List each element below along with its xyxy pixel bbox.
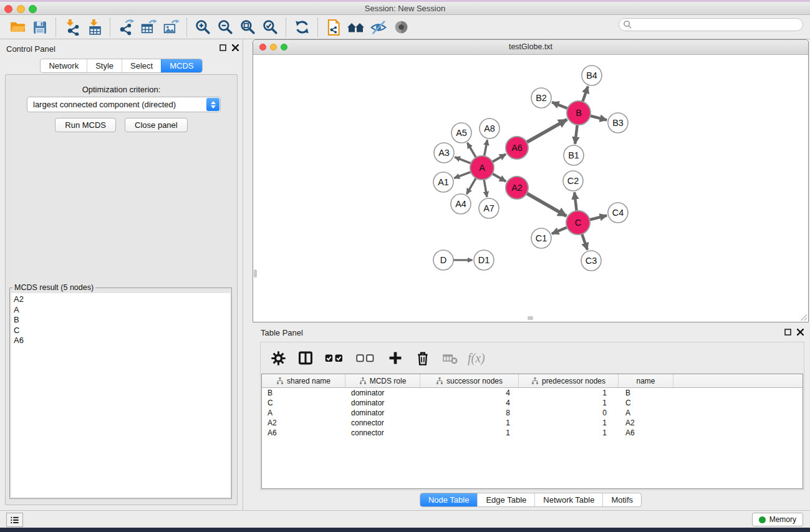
add-column-button[interactable] bbox=[383, 346, 408, 370]
import-network-icon bbox=[64, 19, 80, 36]
table-cell-mcds-role[interactable]: connector bbox=[345, 428, 420, 438]
trash-icon bbox=[415, 350, 431, 366]
zoom-fit-button[interactable] bbox=[236, 17, 259, 38]
tab-style[interactable]: Style bbox=[87, 59, 122, 72]
zoom-out-button[interactable] bbox=[214, 17, 236, 38]
memory-button[interactable]: Memory bbox=[752, 513, 803, 526]
table-options-button[interactable] bbox=[266, 346, 291, 370]
export-table-button[interactable] bbox=[137, 17, 160, 38]
column-header-shared-name[interactable]: shared name bbox=[262, 374, 345, 387]
save-session-button[interactable] bbox=[29, 17, 51, 38]
tab-node-table[interactable]: Node Table bbox=[420, 493, 478, 506]
table-cell-shared-name[interactable]: A6 bbox=[262, 428, 345, 438]
tab-select[interactable]: Select bbox=[122, 59, 161, 72]
run-mcds-button[interactable]: Run MCDS bbox=[55, 118, 116, 132]
table-cell-predecessor-nodes[interactable]: 1 bbox=[519, 418, 619, 428]
table-row[interactable]: A2connector11A2 bbox=[262, 418, 803, 428]
table-cell-shared-name[interactable]: A2 bbox=[262, 418, 345, 428]
open-session-file-button[interactable] bbox=[322, 17, 345, 38]
select-all-button[interactable] bbox=[321, 346, 349, 370]
column-header-successor-nodes[interactable]: successor nodes bbox=[420, 374, 519, 387]
network-canvas[interactable]: AA1A2A3A4A5A6A7A8BB1B2B3B4CC1C2C3C4DD1 bbox=[253, 55, 808, 322]
table-cell-shared-name[interactable]: B bbox=[262, 388, 345, 398]
close-panel-button[interactable]: Close panel bbox=[125, 118, 188, 132]
zoom-in-button[interactable] bbox=[191, 17, 214, 38]
titlebar[interactable]: Session: New Session bbox=[0, 2, 810, 15]
search-box[interactable] bbox=[619, 18, 803, 31]
table-cell-name[interactable]: A2 bbox=[619, 418, 673, 428]
graph-node-label: A7 bbox=[483, 203, 494, 213]
zoom-selected-button[interactable] bbox=[259, 17, 281, 38]
table-cell-successor-nodes[interactable]: 1 bbox=[420, 428, 519, 438]
mcds-result-item[interactable]: B bbox=[14, 315, 228, 326]
table-cell-successor-nodes[interactable]: 1 bbox=[420, 418, 519, 428]
tab-mcds[interactable]: MCDS bbox=[161, 59, 201, 72]
memory-label: Memory bbox=[769, 515, 796, 524]
export-network-icon bbox=[118, 19, 135, 36]
delete-table-button[interactable] bbox=[438, 346, 463, 370]
deselect-all-button[interactable] bbox=[352, 346, 380, 370]
table-cell-name[interactable]: B bbox=[619, 388, 673, 398]
export-network-button[interactable] bbox=[115, 17, 137, 38]
network-graph[interactable]: AA1A2A3A4A5A6A7A8BB1B2B3B4CC1C2C3C4DD1 bbox=[253, 55, 802, 322]
table-row[interactable]: Bdominator41B bbox=[262, 388, 803, 398]
table-cell-predecessor-nodes[interactable]: 0 bbox=[519, 408, 619, 418]
split-view-button[interactable] bbox=[293, 346, 318, 370]
apply-function-button[interactable]: f(x) bbox=[465, 351, 485, 365]
table-cell-successor-nodes[interactable]: 4 bbox=[420, 398, 519, 408]
table-cell-shared-name[interactable]: C bbox=[262, 398, 345, 408]
open-file-button[interactable] bbox=[6, 17, 29, 38]
table-cell-name[interactable]: C bbox=[619, 398, 673, 408]
refresh-view-button[interactable] bbox=[291, 17, 313, 38]
table-cell-mcds-role[interactable]: connector bbox=[345, 418, 420, 428]
network-vertical-scrollbar[interactable] bbox=[254, 269, 257, 278]
table-cell-name[interactable]: A6 bbox=[619, 428, 673, 438]
table-cell-mcds-role[interactable]: dominator bbox=[345, 388, 420, 398]
float-table-panel-icon[interactable] bbox=[784, 329, 791, 336]
column-header-name[interactable]: name bbox=[619, 374, 673, 387]
mcds-result-item[interactable]: A bbox=[14, 305, 228, 316]
show-details-button[interactable] bbox=[390, 17, 412, 38]
column-header-mcds-role[interactable]: MCDS role bbox=[345, 374, 420, 387]
mcds-result-item[interactable]: A2 bbox=[14, 294, 228, 305]
tab-edge-table[interactable]: Edge Table bbox=[477, 493, 534, 506]
graph-node-label: A bbox=[479, 163, 485, 173]
table-cell-predecessor-nodes[interactable]: 1 bbox=[519, 388, 619, 398]
tab-network[interactable]: Network bbox=[41, 59, 87, 72]
task-history-button[interactable] bbox=[6, 513, 23, 527]
mcds-result-item[interactable]: A6 bbox=[14, 336, 228, 346]
mcds-result-list[interactable]: A2ABCA6 bbox=[11, 293, 230, 497]
table-cell-shared-name[interactable]: A bbox=[262, 408, 345, 418]
table-row[interactable]: Cdominator41C bbox=[262, 398, 803, 408]
desktop-edge-bottom bbox=[0, 528, 810, 532]
resize-grip[interactable] bbox=[799, 313, 807, 321]
table-cell-successor-nodes[interactable]: 8 bbox=[420, 408, 519, 418]
float-panel-icon[interactable] bbox=[219, 44, 226, 51]
node-table[interactable]: shared name MCDS role successor nodes bbox=[261, 374, 803, 489]
network-window-titlebar[interactable]: testGlobe.txt bbox=[253, 40, 808, 55]
mcds-result-item[interactable]: C bbox=[14, 326, 228, 336]
home-button[interactable] bbox=[345, 17, 367, 38]
close-panel-icon[interactable] bbox=[232, 44, 239, 51]
tab-motifs[interactable]: Motifs bbox=[602, 493, 641, 506]
table-cell-predecessor-nodes[interactable]: 1 bbox=[519, 398, 619, 408]
search-input[interactable] bbox=[632, 19, 803, 30]
import-network-button[interactable] bbox=[60, 17, 83, 38]
export-image-button[interactable] bbox=[160, 17, 182, 38]
network-horizontal-scrollbar[interactable] bbox=[528, 316, 533, 320]
table-cell-mcds-role[interactable]: dominator bbox=[345, 398, 420, 408]
table-cell-predecessor-nodes[interactable]: 1 bbox=[519, 428, 619, 438]
column-header-predecessor-nodes[interactable]: predecessor nodes bbox=[519, 374, 619, 387]
table-cell-mcds-role[interactable]: dominator bbox=[345, 408, 420, 418]
table-row[interactable]: Adominator80A bbox=[262, 408, 803, 418]
memory-status-icon bbox=[759, 516, 766, 523]
table-cell-name[interactable]: A bbox=[619, 408, 673, 418]
table-row[interactable]: A6connector11A6 bbox=[262, 428, 803, 438]
delete-columns-button[interactable] bbox=[410, 346, 435, 370]
table-cell-successor-nodes[interactable]: 4 bbox=[420, 388, 519, 398]
criterion-dropdown[interactable]: largest connected component (directed) bbox=[27, 97, 221, 112]
import-table-button[interactable] bbox=[83, 17, 105, 38]
close-table-panel-icon[interactable] bbox=[797, 329, 804, 336]
hide-details-button[interactable] bbox=[367, 17, 390, 38]
tab-network-table[interactable]: Network Table bbox=[534, 493, 602, 506]
